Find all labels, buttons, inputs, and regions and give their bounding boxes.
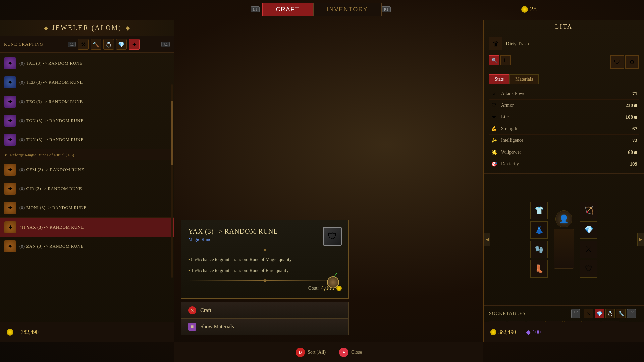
equip-slot-left-3[interactable]: 🧤 <box>530 241 548 258</box>
r2-badge: R2 <box>161 42 170 47</box>
r1-badge: R1 <box>382 6 391 12</box>
intelligence-icon: ✨ <box>490 137 498 144</box>
zan-icon: ✦ <box>4 240 16 252</box>
socketables-header: Socketables L2 ⚔ 💎 💍 🔧 R2 <box>489 309 639 318</box>
desc-line-1: 85% chance to grant a random Rune of Mag… <box>188 254 342 265</box>
cost-label: Cost: <box>308 285 319 291</box>
teb-text: (0) TEB (3) -> RANDOM RUNE <box>19 80 83 85</box>
top-navigation: L1 CRAFT INVENTORY R1 <box>0 0 644 19</box>
left-equipment-slots: 👕 👗 🧤 👢 <box>530 202 548 278</box>
item-title-group: YAX (3) -> RANDOM RUNE Magic Rune <box>188 227 278 242</box>
close-button[interactable]: ● Close <box>339 348 362 357</box>
item-detail-card: YAX (3) -> RANDOM RUNE Magic Rune 🛡 85% … <box>181 220 349 299</box>
tab-icon-anvil[interactable]: 🔨 <box>91 39 101 50</box>
tab-icon-rune[interactable]: ✦ <box>129 39 140 50</box>
item-card-header: YAX (3) -> RANDOM RUNE Magic Rune 🛡 <box>188 227 342 246</box>
equip-slot-left-1[interactable]: 👕 <box>530 202 548 219</box>
sort-button[interactable]: B Sort (All) <box>296 348 326 357</box>
sock-tab-wrench[interactable]: 🔧 <box>616 309 626 318</box>
tab-icon-ring[interactable]: 💍 <box>103 39 114 50</box>
tal-text: (0) TAL (3) -> RANDOM RUNE <box>19 61 83 66</box>
gold-display-right: 382,490 <box>490 329 516 335</box>
tab-materials[interactable]: Materials <box>509 74 539 84</box>
tab-icon-hammer[interactable]: ⚒ <box>78 39 89 50</box>
dexterity-label: Dexterity <box>501 161 630 167</box>
item-type: Magic Rune <box>188 237 278 242</box>
moni-icon: ✦ <box>4 202 16 214</box>
craft-item-cem[interactable]: ✦ (0) CEM (3) -> RANDOM RUNE <box>0 160 174 179</box>
pause-icon-btn[interactable]: ⏸ <box>500 55 511 65</box>
close-label: Close <box>351 350 362 355</box>
l2-badge: L2 <box>68 42 76 47</box>
socketables-tabs: L2 ⚔ 💎 💍 🔧 R2 <box>571 309 639 318</box>
sock-l2-badge: L2 <box>571 309 580 318</box>
craft-item-tun[interactable]: ✦ (0) TUN (3) -> RANDOM RUNE <box>0 130 174 149</box>
socketables-title: Socketables <box>489 311 526 316</box>
magnify-icon-btn[interactable]: 🔍 <box>489 55 499 65</box>
craft-item-zan[interactable]: ✦ (0) ZAN (3) -> RANDOM RUNE <box>0 237 174 256</box>
sock-tab-ring[interactable]: 💍 <box>605 309 615 318</box>
craft-item-cir[interactable]: ✦ (0) CIR (3) -> RANDOM RUNE <box>0 179 174 198</box>
divider-top <box>188 250 342 250</box>
stats-section: Stats Materials ⚔ Attack Power 71 🛡 Armo… <box>484 71 644 174</box>
tun-text: (0) TUN (3) -> RANDOM RUNE <box>19 137 84 142</box>
gold-icon-right <box>490 329 496 335</box>
section-reforge-header[interactable]: Reforge Magic Runes of Ritual (1/5) <box>0 149 174 160</box>
sock-r2-badge: R2 <box>627 309 636 318</box>
inventory-tab[interactable]: INVENTORY <box>313 3 382 16</box>
teb-icon: ✦ <box>4 76 16 88</box>
armor-label: Armor <box>501 103 626 108</box>
divider-bottom <box>188 280 342 281</box>
craft-button[interactable]: ✕ Craft <box>181 302 349 318</box>
yax-text: (1) YAX (3) -> RANDOM RUNE <box>20 225 84 230</box>
craft-item-tal[interactable]: ✦ (0) TAL (3) -> RANDOM RUNE <box>0 54 174 73</box>
stat-row-life: ❤ Life 108 <box>489 111 639 123</box>
sock-tab-sword[interactable]: ⚔ <box>584 309 593 318</box>
attack-label: Attack Power <box>501 91 632 96</box>
craft-item-tec[interactable]: ✦ (0) TEC (3) -> RANDOM RUNE <box>0 92 174 111</box>
item-cost: Cost: 4,000 <box>188 285 342 292</box>
craft-list: ✦ (0) TAL (3) -> RANDOM RUNE ✦ (0) TEB (… <box>0 53 174 342</box>
equip-slot-right-4[interactable]: 🛡 <box>580 260 597 278</box>
crafting-tab-bar: RUNE CRAFTING L2 ⚒ 🔨 💍 💎 ✦ R2 <box>0 36 174 53</box>
helm-icon-btn[interactable]: ⚙ <box>625 55 639 69</box>
expand-right-arrow[interactable]: ▶ <box>637 233 644 246</box>
craft-item-yax[interactable]: ✦ (1) YAX (3) -> RANDOM RUNE <box>0 218 174 237</box>
expand-left-arrow[interactable]: ◀ <box>484 233 490 246</box>
craft-item-moni[interactable]: ✦ (0) MONI (3) -> RANDOM RUNE <box>0 198 174 218</box>
cem-text: (0) CEM (3) -> RANDOM RUNE <box>19 167 84 172</box>
craft-item-ton[interactable]: ✦ (0) TON (3) -> RANDOM RUNE <box>0 111 174 130</box>
craft-tab[interactable]: CRAFT <box>262 3 313 16</box>
bottom-bar-right: 382,490 ◆ 100 <box>483 322 644 342</box>
equip-slot-left-2[interactable]: 👗 <box>530 221 548 239</box>
tab-stats[interactable]: Stats <box>489 74 509 84</box>
gem-icon: ◆ <box>526 328 531 336</box>
char-torso <box>554 229 574 269</box>
materials-label: Show Materials <box>200 324 234 330</box>
equip-slot-right-3[interactable]: ⚔ <box>580 241 597 258</box>
tal-icon: ✦ <box>4 57 16 69</box>
left-panel: ◆ JEWELER (ALOM) ◆ RUNE CRAFTING L2 ⚒ 🔨 … <box>0 20 174 342</box>
scrollbar-thumb[interactable] <box>171 101 173 165</box>
middle-panel: YAX (3) -> RANDOM RUNE Magic Rune 🛡 85% … <box>174 20 356 342</box>
yax-icon: ✦ <box>4 221 16 233</box>
sock-tab-gem[interactable]: 💎 <box>595 309 604 318</box>
item-shield-icon: 🛡 <box>323 227 342 246</box>
cir-icon: ✦ <box>4 183 16 195</box>
equip-slot-left-4[interactable]: 👢 <box>530 260 548 278</box>
willpower-icon: 🌟 <box>490 148 498 156</box>
tab-icon-gem[interactable]: 💎 <box>116 39 127 50</box>
stat-row-intelligence: ✨ Intelligence 72 <box>489 135 639 146</box>
strength-label: Strength <box>501 126 632 131</box>
armor-icon-btn[interactable]: 🛡 <box>610 55 624 69</box>
equip-slot-right-2[interactable]: 💎 <box>580 221 597 239</box>
char-header: LITA <box>484 20 644 34</box>
equip-slot-right-1[interactable]: 🏹 <box>580 202 597 219</box>
tec-icon: ✦ <box>4 96 16 108</box>
life-value: 108 <box>626 114 638 120</box>
tec-text: (0) TEC (3) -> RANDOM RUNE <box>19 99 83 104</box>
armor-value: 230 <box>626 103 638 108</box>
attack-value: 71 <box>632 91 637 97</box>
craft-item-teb[interactable]: ✦ (0) TEB (3) -> RANDOM RUNE <box>0 73 174 92</box>
show-materials-button[interactable]: ■ Show Materials <box>181 318 349 335</box>
